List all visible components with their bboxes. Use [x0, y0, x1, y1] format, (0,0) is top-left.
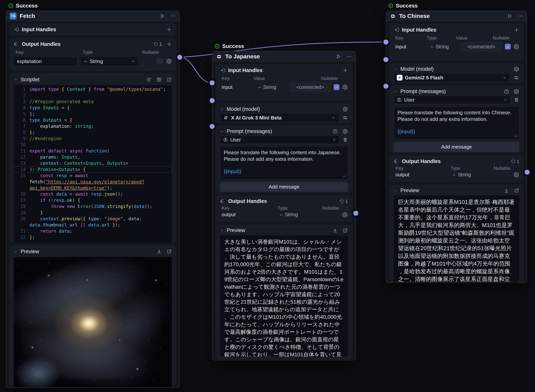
- input-handles-icon: [220, 68, 225, 73]
- role-value: User: [404, 97, 415, 103]
- model-params-sliders-icon[interactable]: [513, 75, 519, 80]
- port-chinese-input-in[interactable]: [383, 39, 388, 45]
- delete-message-trash-icon[interactable]: [514, 97, 519, 103]
- model-params-sliders-icon[interactable]: [342, 115, 348, 121]
- handle-history[interactable]: 1: [153, 42, 162, 47]
- node-fetch[interactable]: TS Fetch Input Handles Output Handles: [6, 11, 180, 388]
- handle-value-connected[interactable]: <connected>: [461, 42, 502, 51]
- prompt-textarea[interactable]: Please translate the following content i…: [220, 146, 348, 179]
- collapse-chevron-icon[interactable]: [14, 249, 18, 254]
- section-title: Model (model): [400, 66, 434, 72]
- node-to-japanese-header[interactable]: To Japanese: [213, 51, 355, 62]
- node-to-chinese-header[interactable]: To Chinese: [386, 11, 527, 21]
- model-settings-gear-icon[interactable]: [342, 107, 348, 112]
- resize-grip-icon[interactable]: [343, 175, 346, 177]
- docs-book-icon[interactable]: [156, 77, 162, 82]
- handle-history[interactable]: 1: [511, 159, 519, 164]
- collapse-chevron-icon[interactable]: [394, 67, 398, 71]
- run-node-button[interactable]: [159, 13, 165, 19]
- handle-settings-gear-icon[interactable]: [513, 44, 519, 50]
- handle-type: String: [452, 172, 471, 178]
- message-role-select[interactable]: User: [394, 96, 511, 104]
- open-external-icon[interactable]: [166, 249, 172, 254]
- handle-value-connected[interactable]: <connected>: [290, 83, 331, 92]
- collapse-chevron-icon[interactable]: [220, 130, 224, 133]
- download-icon[interactable]: [156, 249, 162, 254]
- handle-row-input: input String <connected>: [220, 83, 348, 92]
- attach-paperclip-icon[interactable]: [146, 77, 152, 82]
- model-section: Model (model) Gemini2 5 Flash: [390, 64, 523, 83]
- node-menu-button[interactable]: [517, 13, 523, 19]
- resize-grip-icon[interactable]: [514, 135, 517, 137]
- model-select[interactable]: X AI Grok 3 Mini Beta: [220, 113, 339, 122]
- handle-key: input: [394, 44, 427, 50]
- node-menu-button[interactable]: [346, 54, 352, 59]
- port-japanese-prompt-in[interactable]: [210, 124, 215, 129]
- add-message-button[interactable]: Add message: [394, 142, 519, 152]
- node-fetch-header[interactable]: TS Fetch: [6, 11, 179, 21]
- column-key: Key: [394, 166, 450, 171]
- add-message-button[interactable]: Add message: [220, 182, 348, 192]
- model-name: X AI Grok 3 Mini Beta: [231, 115, 282, 121]
- collapse-chevron-icon[interactable]: [394, 189, 398, 192]
- handle-type-select[interactable]: String: [80, 56, 138, 66]
- input-handles-icon: [394, 27, 399, 33]
- collapse-chevron-icon[interactable]: [14, 78, 18, 82]
- code-lines: 1import type { Context } from "@oomol/ty…: [14, 86, 172, 240]
- prompt-settings-gear-icon[interactable]: [342, 129, 348, 134]
- add-input-handle-button[interactable]: [166, 27, 172, 32]
- column-type: Type: [83, 50, 142, 55]
- preview-text-japanese[interactable]: 大きな美しい渦巻銀河M101は、シャルル・メシエの有名なカタログの最後の項目の一…: [220, 235, 348, 357]
- add-input-handle-button[interactable]: [514, 27, 519, 33]
- collapse-chevron-icon[interactable]: [220, 229, 224, 233]
- add-output-handle-button[interactable]: [166, 42, 172, 47]
- port-japanese-output-out[interactable]: [353, 211, 358, 216]
- prompt-textarea[interactable]: Please translate the following content i…: [394, 106, 519, 140]
- preview-text-chinese[interactable]: 巨大而美丽的螺旋星系M101是查尔斯·梅西耶著名星表中的最后几个天体之一，但绝对…: [394, 196, 519, 282]
- port-chinese-prompt-in[interactable]: [383, 84, 388, 89]
- message-role-select[interactable]: User: [220, 135, 339, 144]
- column-key: Key: [220, 205, 278, 211]
- handle-settings-gear-icon[interactable]: [513, 172, 519, 178]
- run-node-button[interactable]: [507, 13, 512, 19]
- handle-key-input[interactable]: explanation: [14, 56, 77, 66]
- help-question-icon[interactable]: [504, 89, 509, 94]
- port-japanese-model-in[interactable]: [210, 98, 215, 103]
- nullable-checkbox[interactable]: [157, 58, 163, 64]
- success-check-icon: [214, 44, 220, 49]
- nullable-checkbox-checked[interactable]: [505, 44, 511, 50]
- delete-message-trash-icon[interactable]: [342, 137, 348, 142]
- model-select[interactable]: Gemini2 5 Flash: [394, 73, 510, 82]
- port-japanese-input-in[interactable]: [210, 80, 215, 85]
- open-external-icon[interactable]: [514, 188, 519, 193]
- handle-history[interactable]: 1: [339, 199, 348, 204]
- role-value: User: [230, 137, 241, 143]
- open-external-icon[interactable]: [342, 228, 348, 233]
- code-editor[interactable]: 1import type { Context } from "@oomol/ty…: [14, 85, 172, 243]
- port-chinese-model-in[interactable]: [383, 57, 388, 62]
- node-to-japanese[interactable]: To Japanese Input Handles Key Value Null…: [212, 51, 356, 360]
- collapse-chevron-icon[interactable]: [220, 107, 224, 111]
- model-settings-gear-icon[interactable]: [514, 66, 519, 72]
- run-node-button[interactable]: [335, 54, 341, 59]
- help-question-icon[interactable]: [332, 129, 338, 134]
- prompt-settings-gear-icon[interactable]: [514, 89, 519, 94]
- handle-settings-gear-icon[interactable]: [342, 84, 348, 90]
- download-icon[interactable]: [504, 188, 509, 193]
- section-title: Output Handles: [402, 159, 441, 164]
- collapse-chevron-icon[interactable]: [394, 90, 398, 93]
- handle-settings-gear-icon[interactable]: [166, 58, 172, 64]
- node-to-chinese[interactable]: To Chinese Input Handles Key Type Value …: [386, 11, 527, 283]
- history-count: 1: [517, 159, 519, 164]
- open-external-icon[interactable]: [166, 77, 172, 82]
- port-chinese-output-out[interactable]: [525, 170, 530, 175]
- nullable-checkbox-checked[interactable]: [334, 84, 339, 90]
- node-menu-button[interactable]: [170, 13, 176, 19]
- handle-row-input: input String <connected>: [394, 42, 519, 51]
- port-fetch-explanation-out[interactable]: [177, 55, 182, 60]
- quote-icon: [83, 59, 88, 63]
- download-icon[interactable]: [332, 228, 338, 233]
- add-input-handle-button[interactable]: [342, 68, 348, 73]
- handle-settings-gear-icon[interactable]: [342, 212, 348, 218]
- status-badge-chinese: Success: [388, 3, 418, 9]
